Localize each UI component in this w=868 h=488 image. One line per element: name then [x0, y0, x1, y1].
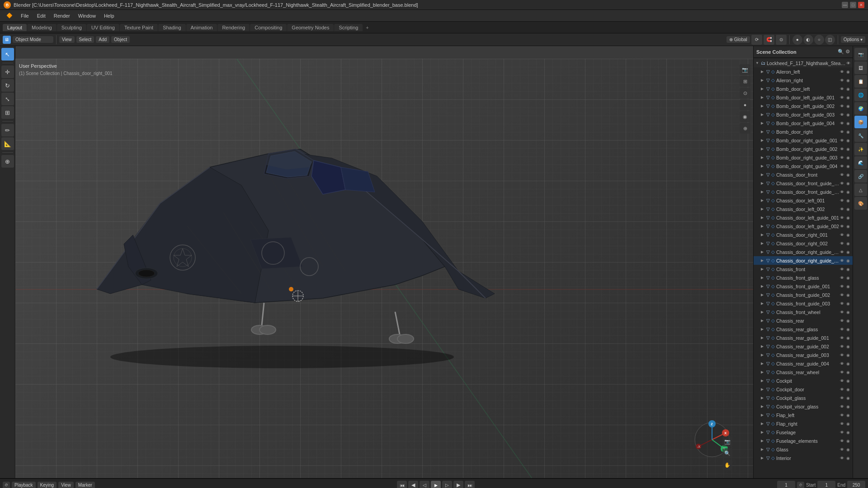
item-visibility-icon[interactable]: 👁	[839, 276, 844, 280]
item-select-icon[interactable]: ◉	[845, 276, 851, 280]
visibility-eye-icon[interactable]: 👁	[845, 61, 851, 66]
item-select-icon[interactable]: ◉	[845, 138, 851, 143]
item-visibility-icon[interactable]: 👁	[839, 130, 844, 134]
solid-shading-btn[interactable]: ●	[793, 35, 802, 45]
marker-menu[interactable]: Marker	[75, 482, 95, 488]
item-select-icon[interactable]: ◉	[845, 413, 851, 418]
outliner-item[interactable]: ▶ ▽ ◇ Chassis_front_guide_002 👁 ◉	[754, 291, 853, 299]
camera-to-view-btn[interactable]: 📷	[740, 64, 750, 75]
viewport-pan-btn[interactable]: ✋	[722, 460, 732, 470]
outliner-item[interactable]: ▶ ▽ ◇ Aileron_left 👁 ◉	[754, 67, 853, 76]
view-menu[interactable]: View	[59, 36, 75, 43]
annotate-tool-btn[interactable]: ✏	[1, 124, 14, 136]
item-select-icon[interactable]: ◉	[845, 422, 851, 426]
item-select-icon[interactable]: ◉	[845, 396, 851, 400]
item-visibility-icon[interactable]: 👁	[839, 250, 844, 254]
item-select-icon[interactable]: ◉	[845, 70, 851, 74]
outliner-item[interactable]: ▶ ▽ ◇ Chassis_door_left_guide_001 👁 ◉	[754, 213, 853, 222]
item-select-icon[interactable]: ◉	[845, 258, 851, 263]
menu-file[interactable]: File	[17, 12, 33, 19]
next-keyframe-btn[interactable]: ▷	[442, 481, 452, 488]
end-frame-input[interactable]: 250	[847, 481, 865, 488]
item-select-icon[interactable]: ◉	[845, 353, 851, 357]
jump-to-start-btn[interactable]: ⏮	[397, 481, 407, 488]
menu-edit[interactable]: Edit	[33, 12, 49, 19]
item-select-icon[interactable]: ◉	[845, 344, 851, 349]
item-visibility-icon[interactable]: 👁	[839, 216, 844, 220]
item-visibility-icon[interactable]: 👁	[839, 293, 844, 297]
item-visibility-icon[interactable]: 👁	[839, 190, 844, 194]
item-visibility-icon[interactable]: 👁	[839, 396, 844, 400]
jump-to-end-btn[interactable]: ⏭	[465, 481, 475, 488]
outliner-item[interactable]: ▶ ▽ ◇ Chassis_rear 👁 ◉	[754, 316, 853, 325]
item-select-icon[interactable]: ◉	[845, 190, 851, 194]
item-select-icon[interactable]: ◉	[845, 387, 851, 392]
item-visibility-icon[interactable]: 👁	[839, 104, 844, 108]
item-select-icon[interactable]: ◉	[845, 250, 851, 254]
item-visibility-icon[interactable]: 👁	[839, 387, 844, 392]
outliner-item[interactable]: ▶ ▽ ◇ Chassis_door_front_guide_001 👁 ◉	[754, 179, 853, 188]
item-select-icon[interactable]: ◉	[845, 310, 851, 314]
outliner-item[interactable]: ▶ ▽ ◇ Flap_right 👁 ◉	[754, 419, 853, 428]
item-visibility-icon[interactable]: 👁	[839, 301, 844, 306]
item-visibility-icon[interactable]: 👁	[839, 87, 844, 91]
transform-global[interactable]: ⊕ Global	[726, 36, 750, 43]
outliner-item[interactable]: ▶ ▽ ◇ Bomb_door_right_guide_004 👁 ◉	[754, 162, 853, 170]
outliner-filter-btn[interactable]: 🔍	[838, 49, 844, 55]
rendered-shading-btn[interactable]: ○	[814, 35, 824, 45]
outliner-item[interactable]: ▶ ▽ ◇ Interior 👁 ◉	[754, 454, 853, 462]
item-visibility-icon[interactable]: 👁	[839, 181, 844, 186]
add-menu[interactable]: Add	[96, 36, 109, 43]
item-select-icon[interactable]: ◉	[845, 447, 851, 452]
item-visibility-icon[interactable]: 👁	[839, 439, 844, 443]
tab-shading[interactable]: Shading	[158, 24, 185, 31]
overlay-btn[interactable]: ⊙	[740, 88, 750, 99]
outliner-item[interactable]: ▶ ▽ ◇ Chassis_rear_guide_003 👁 ◉	[754, 351, 853, 359]
outliner-item[interactable]: ▶ ▽ ◇ Chassis_rear_guide_002 👁 ◉	[754, 342, 853, 351]
outliner-item[interactable]: ▶ ▽ ◇ Cockpit_door 👁 ◉	[754, 385, 853, 394]
outliner-item[interactable]: ▶ ▽ ◇ Bomb_door_right_guide_003 👁 ◉	[754, 153, 853, 162]
outliner-item[interactable]: ▶ ▽ ◇ Cockpit_visor_glass 👁 ◉	[754, 402, 853, 411]
current-frame-input[interactable]: 1	[777, 481, 795, 488]
scale-tool-btn[interactable]: ⤡	[1, 93, 14, 105]
outliner-item[interactable]: ▶ ▽ ◇ Chassis_door_left_guide_002 👁 ◉	[754, 222, 853, 230]
item-select-icon[interactable]: ◉	[845, 319, 851, 323]
gizmo-toggle-btn[interactable]: ⊕	[740, 123, 750, 134]
item-select-icon[interactable]: ◉	[845, 430, 851, 435]
item-visibility-icon[interactable]: 👁	[839, 147, 844, 151]
item-select-icon[interactable]: ◉	[845, 439, 851, 443]
item-visibility-icon[interactable]: 👁	[839, 370, 844, 375]
play-pause-btn[interactable]: ▶	[431, 481, 441, 488]
item-select-icon[interactable]: ◉	[845, 87, 851, 91]
tab-animation[interactable]: Animation	[186, 24, 217, 31]
item-visibility-icon[interactable]: 👁	[839, 422, 844, 426]
item-visibility-icon[interactable]: 👁	[839, 344, 844, 349]
fps-btn[interactable]: ⏱	[797, 482, 804, 488]
modifier-props-btn[interactable]: 🔧	[854, 129, 867, 142]
titlebar-controls[interactable]: — □ ✕	[842, 2, 864, 8]
outliner-item[interactable]: ▶ ▽ ◇ Fuselage_elements 👁 ◉	[754, 436, 853, 445]
item-select-icon[interactable]: ◉	[845, 216, 851, 220]
tab-sculpting[interactable]: Sculpting	[57, 24, 86, 31]
viewport-search-btn[interactable]: 🔍	[722, 448, 732, 458]
menu-render[interactable]: Render	[50, 12, 74, 19]
item-select-icon[interactable]: ◉	[845, 404, 851, 409]
item-select-icon[interactable]: ◉	[845, 301, 851, 306]
outliner-item[interactable]: ▶ ▽ ◇ Flap_left 👁 ◉	[754, 411, 853, 419]
item-select-icon[interactable]: ◉	[845, 113, 851, 117]
outliner-item[interactable]: ▶ ▽ ◇ Chassis_door_right_001 👁 ◉	[754, 230, 853, 239]
add-workspace-button[interactable]: +	[363, 24, 371, 31]
outliner-item[interactable]: ▶ ▽ ◇ Fuselage 👁 ◉	[754, 428, 853, 436]
item-visibility-icon[interactable]: 👁	[839, 267, 844, 272]
proportional-edit-icon[interactable]: ⊙	[776, 35, 787, 45]
item-visibility-icon[interactable]: 👁	[839, 155, 844, 160]
item-select-icon[interactable]: ◉	[845, 95, 851, 100]
item-select-icon[interactable]: ◉	[845, 164, 851, 169]
outliner-item[interactable]: ▶ ▽ ◇ Aileron_right 👁 ◉	[754, 76, 853, 84]
tab-scripting[interactable]: Scripting	[334, 24, 363, 31]
item-visibility-icon[interactable]: 👁	[839, 353, 844, 357]
item-select-icon[interactable]: ◉	[845, 224, 851, 229]
item-visibility-icon[interactable]: 👁	[839, 70, 844, 74]
rotate-tool-btn[interactable]: ↻	[1, 79, 14, 92]
outliner-item[interactable]: ▶ ▽ ◇ Glass 👁 ◉	[754, 445, 853, 454]
